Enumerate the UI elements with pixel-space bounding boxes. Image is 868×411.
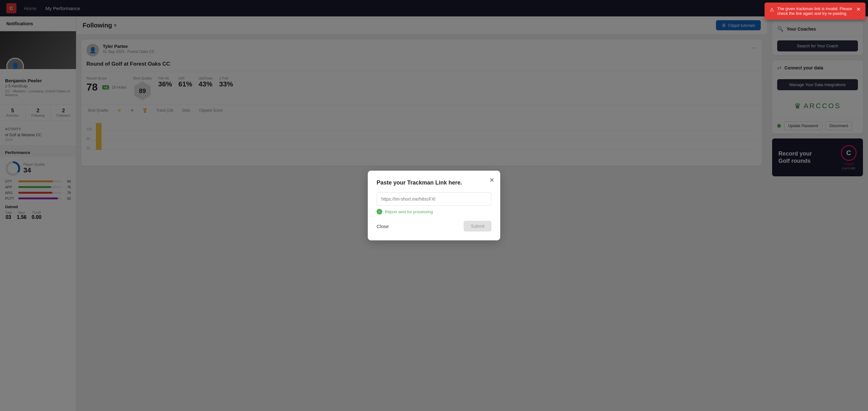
modal-submit-button[interactable]: Submit bbox=[464, 221, 491, 231]
modal-close-button[interactable]: Close bbox=[377, 224, 389, 229]
trackman-modal: Paste your Trackman Link here. ✕ ✓ Repor… bbox=[368, 171, 500, 240]
modal-title: Paste your Trackman Link here. bbox=[377, 180, 491, 186]
warning-icon: ⚠ bbox=[770, 7, 774, 12]
success-check-icon: ✓ bbox=[377, 209, 382, 215]
toast-close-icon[interactable]: ✕ bbox=[856, 6, 861, 12]
modal-footer: Close Submit bbox=[377, 221, 491, 231]
toast-message: The given trackman link is invalid. Plea… bbox=[777, 6, 853, 16]
modal-close-icon[interactable]: ✕ bbox=[489, 176, 495, 184]
trackman-link-input[interactable] bbox=[377, 192, 491, 205]
error-toast: ⚠ The given trackman link is invalid. Pl… bbox=[765, 2, 866, 20]
success-text: Report sent for processing bbox=[385, 210, 433, 214]
modal-success-message: ✓ Report sent for processing bbox=[377, 209, 491, 215]
modal-overlay[interactable]: Paste your Trackman Link here. ✕ ✓ Repor… bbox=[0, 0, 868, 411]
